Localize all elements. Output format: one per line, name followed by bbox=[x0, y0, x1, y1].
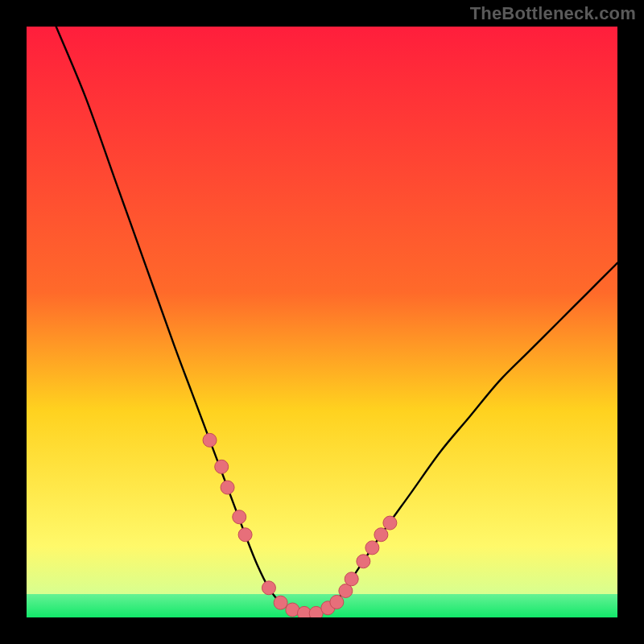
data-marker bbox=[357, 555, 370, 568]
data-marker bbox=[221, 481, 234, 494]
data-marker bbox=[330, 595, 344, 609]
data-marker bbox=[383, 516, 397, 530]
data-marker bbox=[203, 433, 217, 447]
data-marker bbox=[374, 528, 388, 542]
data-marker bbox=[238, 528, 252, 542]
plot-area bbox=[27, 27, 617, 617]
data-marker bbox=[262, 581, 275, 595]
attribution-text: TheBottleneck.com bbox=[470, 3, 636, 24]
data-marker bbox=[345, 572, 358, 586]
data-marker bbox=[274, 596, 287, 609]
chart-frame: TheBottleneck.com bbox=[0, 0, 644, 644]
gradient-background bbox=[27, 27, 617, 617]
bottleneck-chart bbox=[27, 27, 617, 617]
data-marker bbox=[215, 460, 229, 473]
data-marker bbox=[365, 541, 379, 555]
data-marker bbox=[233, 510, 246, 524]
